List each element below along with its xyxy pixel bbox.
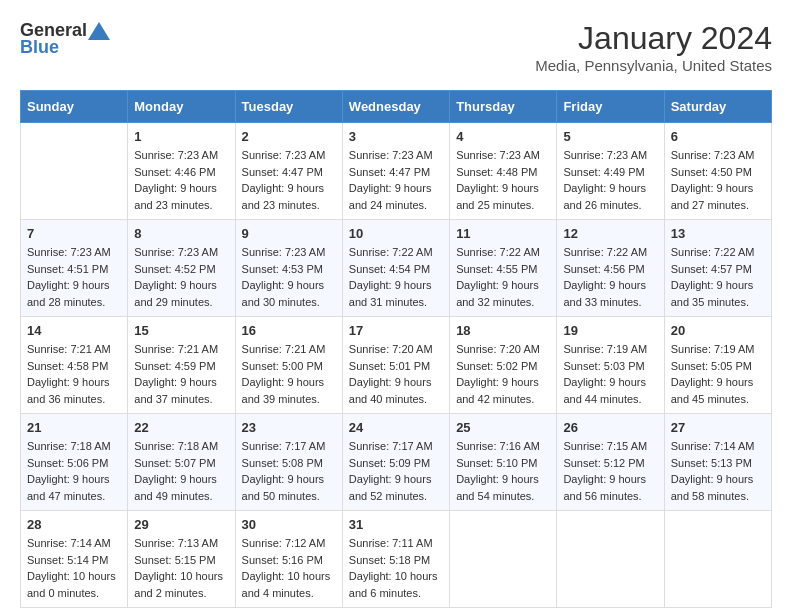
cell-line: Daylight: 10 hours	[27, 568, 121, 585]
cell-line: Sunrise: 7:15 AM	[563, 438, 657, 455]
day-number: 17	[349, 323, 443, 338]
col-wednesday: Wednesday	[342, 91, 449, 123]
cell-line: Sunrise: 7:19 AM	[563, 341, 657, 358]
cell-line: Daylight: 9 hours	[456, 180, 550, 197]
cell-line: and 29 minutes.	[134, 294, 228, 311]
calendar-cell: 25Sunrise: 7:16 AMSunset: 5:10 PMDayligh…	[450, 414, 557, 511]
cell-line: Sunrise: 7:20 AM	[456, 341, 550, 358]
cell-line: Sunset: 5:12 PM	[563, 455, 657, 472]
cell-line: Sunrise: 7:23 AM	[563, 147, 657, 164]
cell-content: Sunrise: 7:19 AMSunset: 5:03 PMDaylight:…	[563, 341, 657, 407]
calendar-cell: 8Sunrise: 7:23 AMSunset: 4:52 PMDaylight…	[128, 220, 235, 317]
cell-line: Daylight: 9 hours	[349, 277, 443, 294]
cell-line: Sunrise: 7:14 AM	[671, 438, 765, 455]
calendar-cell: 4Sunrise: 7:23 AMSunset: 4:48 PMDaylight…	[450, 123, 557, 220]
calendar-cell: 3Sunrise: 7:23 AMSunset: 4:47 PMDaylight…	[342, 123, 449, 220]
calendar-cell: 31Sunrise: 7:11 AMSunset: 5:18 PMDayligh…	[342, 511, 449, 608]
cell-line: Daylight: 9 hours	[671, 180, 765, 197]
calendar-cell: 19Sunrise: 7:19 AMSunset: 5:03 PMDayligh…	[557, 317, 664, 414]
month-title: January 2024	[535, 20, 772, 57]
day-number: 6	[671, 129, 765, 144]
day-number: 16	[242, 323, 336, 338]
calendar-table: Sunday Monday Tuesday Wednesday Thursday…	[20, 90, 772, 608]
calendar-cell: 11Sunrise: 7:22 AMSunset: 4:55 PMDayligh…	[450, 220, 557, 317]
calendar-cell	[557, 511, 664, 608]
cell-content: Sunrise: 7:20 AMSunset: 5:02 PMDaylight:…	[456, 341, 550, 407]
cell-line: and 6 minutes.	[349, 585, 443, 602]
cell-line: and 0 minutes.	[27, 585, 121, 602]
cell-line: and 28 minutes.	[27, 294, 121, 311]
cell-line: Sunset: 5:07 PM	[134, 455, 228, 472]
cell-line: Daylight: 9 hours	[563, 180, 657, 197]
cell-line: Sunset: 5:00 PM	[242, 358, 336, 375]
cell-content: Sunrise: 7:22 AMSunset: 4:56 PMDaylight:…	[563, 244, 657, 310]
cell-line: Sunrise: 7:23 AM	[456, 147, 550, 164]
day-number: 13	[671, 226, 765, 241]
col-saturday: Saturday	[664, 91, 771, 123]
calendar-cell: 9Sunrise: 7:23 AMSunset: 4:53 PMDaylight…	[235, 220, 342, 317]
cell-line: Sunset: 4:49 PM	[563, 164, 657, 181]
day-number: 21	[27, 420, 121, 435]
cell-line: Daylight: 9 hours	[27, 277, 121, 294]
cell-line: and 58 minutes.	[671, 488, 765, 505]
cell-content: Sunrise: 7:23 AMSunset: 4:53 PMDaylight:…	[242, 244, 336, 310]
calendar-cell: 2Sunrise: 7:23 AMSunset: 4:47 PMDaylight…	[235, 123, 342, 220]
calendar-cell: 18Sunrise: 7:20 AMSunset: 5:02 PMDayligh…	[450, 317, 557, 414]
cell-content: Sunrise: 7:23 AMSunset: 4:50 PMDaylight:…	[671, 147, 765, 213]
calendar-cell	[664, 511, 771, 608]
cell-line: Sunrise: 7:22 AM	[671, 244, 765, 261]
calendar-cell: 27Sunrise: 7:14 AMSunset: 5:13 PMDayligh…	[664, 414, 771, 511]
day-number: 26	[563, 420, 657, 435]
cell-line: Daylight: 9 hours	[242, 180, 336, 197]
cell-line: Sunset: 5:09 PM	[349, 455, 443, 472]
cell-line: and 31 minutes.	[349, 294, 443, 311]
calendar-cell: 28Sunrise: 7:14 AMSunset: 5:14 PMDayligh…	[21, 511, 128, 608]
cell-line: and 49 minutes.	[134, 488, 228, 505]
cell-line: Sunrise: 7:20 AM	[349, 341, 443, 358]
cell-line: Sunset: 5:18 PM	[349, 552, 443, 569]
day-number: 5	[563, 129, 657, 144]
calendar-cell: 16Sunrise: 7:21 AMSunset: 5:00 PMDayligh…	[235, 317, 342, 414]
cell-line: Daylight: 9 hours	[242, 277, 336, 294]
cell-content: Sunrise: 7:21 AMSunset: 4:59 PMDaylight:…	[134, 341, 228, 407]
day-number: 8	[134, 226, 228, 241]
cell-content: Sunrise: 7:22 AMSunset: 4:57 PMDaylight:…	[671, 244, 765, 310]
day-number: 31	[349, 517, 443, 532]
day-number: 3	[349, 129, 443, 144]
cell-line: Daylight: 9 hours	[134, 277, 228, 294]
logo-blue-text: Blue	[20, 37, 59, 58]
day-number: 1	[134, 129, 228, 144]
day-number: 19	[563, 323, 657, 338]
cell-line: Sunset: 4:46 PM	[134, 164, 228, 181]
cell-line: and 40 minutes.	[349, 391, 443, 408]
cell-line: and 27 minutes.	[671, 197, 765, 214]
day-number: 4	[456, 129, 550, 144]
cell-line: Daylight: 9 hours	[563, 471, 657, 488]
calendar-cell: 21Sunrise: 7:18 AMSunset: 5:06 PMDayligh…	[21, 414, 128, 511]
cell-line: Daylight: 10 hours	[242, 568, 336, 585]
cell-line: Sunset: 5:13 PM	[671, 455, 765, 472]
cell-line: Daylight: 9 hours	[27, 471, 121, 488]
cell-line: Sunrise: 7:16 AM	[456, 438, 550, 455]
cell-line: Sunset: 4:54 PM	[349, 261, 443, 278]
cell-content: Sunrise: 7:14 AMSunset: 5:13 PMDaylight:…	[671, 438, 765, 504]
day-number: 14	[27, 323, 121, 338]
location-subtitle: Media, Pennsylvania, United States	[535, 57, 772, 74]
cell-line: and 54 minutes.	[456, 488, 550, 505]
cell-content: Sunrise: 7:19 AMSunset: 5:05 PMDaylight:…	[671, 341, 765, 407]
day-number: 25	[456, 420, 550, 435]
cell-line: and 33 minutes.	[563, 294, 657, 311]
logo: General Blue	[20, 20, 111, 58]
calendar-cell: 30Sunrise: 7:12 AMSunset: 5:16 PMDayligh…	[235, 511, 342, 608]
cell-line: Sunset: 4:55 PM	[456, 261, 550, 278]
day-number: 10	[349, 226, 443, 241]
calendar-cell: 10Sunrise: 7:22 AMSunset: 4:54 PMDayligh…	[342, 220, 449, 317]
cell-line: and 39 minutes.	[242, 391, 336, 408]
title-area: January 2024 Media, Pennsylvania, United…	[535, 20, 772, 74]
cell-line: Daylight: 9 hours	[349, 180, 443, 197]
cell-line: Sunrise: 7:13 AM	[134, 535, 228, 552]
week-row-4: 28Sunrise: 7:14 AMSunset: 5:14 PMDayligh…	[21, 511, 772, 608]
cell-content: Sunrise: 7:23 AMSunset: 4:46 PMDaylight:…	[134, 147, 228, 213]
calendar-cell: 6Sunrise: 7:23 AMSunset: 4:50 PMDaylight…	[664, 123, 771, 220]
cell-content: Sunrise: 7:23 AMSunset: 4:48 PMDaylight:…	[456, 147, 550, 213]
